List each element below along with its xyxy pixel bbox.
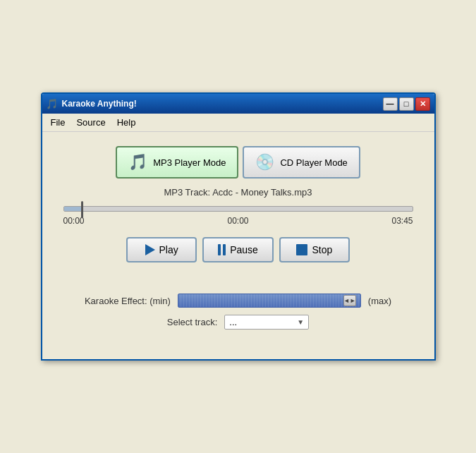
pause-bar-1 [218,244,221,255]
stop-icon [296,244,307,255]
progress-fill [64,207,81,211]
select-row: Select track: ... ▼ [56,315,420,330]
time-current: 00:00 [227,216,248,226]
menu-file[interactable]: File [45,115,71,130]
play-button[interactable]: Play [126,237,197,262]
stop-button[interactable]: Stop [279,237,350,262]
menu-help[interactable]: Help [111,115,142,130]
cd-mode-label: CD Player Mode [280,157,347,168]
karaoke-max-label: (max) [368,296,391,306]
time-labels: 00:00 00:00 03:45 [63,216,413,226]
karaoke-slider-track [178,294,360,307]
karaoke-arrows-icon: ◄► [343,297,356,304]
time-total: 03:45 [391,216,413,226]
mp3-mode-button[interactable]: 🎵 MP3 Player Mode [116,146,238,179]
pause-bar-2 [223,244,226,255]
progress-area: 00:00 00:00 03:45 [56,206,420,226]
play-icon [145,244,155,255]
play-label: Play [159,244,178,255]
stop-label: Stop [312,244,332,255]
titlebar-left: 🎵 Karaoke Anything! [47,98,137,109]
maximize-button[interactable]: □ [399,97,414,111]
titlebar-buttons: — □ ✕ [383,97,430,111]
track-info: MP3 Track: Acdc - Money Talks.mp3 [164,187,312,198]
cd-icon: 💿 [255,153,274,171]
main-content: 🎵 MP3 Player Mode 💿 CD Player Mode MP3 T… [42,132,434,359]
karaoke-slider[interactable]: ◄► [178,294,361,308]
pause-button[interactable]: Pause [202,237,274,262]
track-select[interactable]: ... ▼ [224,315,309,330]
main-window: 🎵 Karaoke Anything! — □ ✕ File Source He… [41,92,436,361]
track-select-value: ... [229,317,237,327]
titlebar: 🎵 Karaoke Anything! — □ ✕ [42,94,434,114]
minimize-button[interactable]: — [383,97,398,111]
mode-buttons: 🎵 MP3 Player Mode 💿 CD Player Mode [116,146,360,179]
pause-icon [218,244,226,255]
mp3-mode-label: MP3 Player Mode [153,157,226,168]
progress-thumb[interactable] [81,201,83,218]
close-button[interactable]: ✕ [415,97,430,111]
progress-bar[interactable] [63,206,413,212]
select-arrow-icon: ▼ [297,318,304,326]
menubar: File Source Help [42,114,434,132]
karaoke-min-label: Karaoke Effect: (min) [85,296,171,306]
select-track-label: Select track: [167,317,218,327]
app-icon: 🎵 [47,98,58,109]
karaoke-thumb[interactable]: ◄► [343,295,356,306]
transport-buttons: Play Pause Stop [126,237,350,262]
pause-label: Pause [230,244,258,255]
window-title: Karaoke Anything! [62,99,137,109]
mp3-icon: 🎵 [128,153,147,171]
menu-source[interactable]: Source [71,115,111,130]
karaoke-row: Karaoke Effect: (min) ◄► (max) [56,294,420,308]
cd-mode-button[interactable]: 💿 CD Player Mode [243,146,360,179]
karaoke-section: Karaoke Effect: (min) ◄► (max) Select tr… [56,294,420,330]
